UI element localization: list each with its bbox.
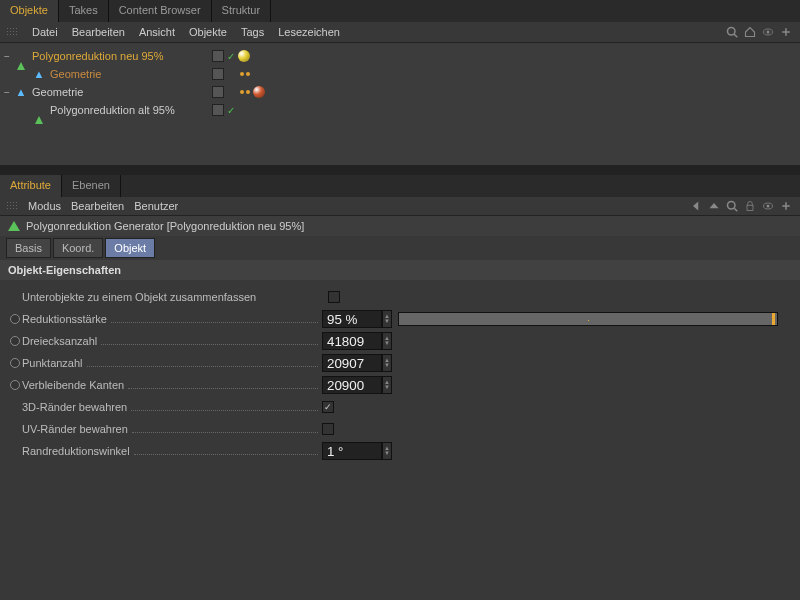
vis-tag[interactable]: [212, 86, 224, 98]
grip-icon: [6, 201, 18, 211]
tree-row[interactable]: ▲ Geometrie: [0, 65, 800, 83]
radio-icon[interactable]: [10, 314, 20, 324]
selection-tag[interactable]: [240, 90, 250, 94]
prop-label: Randreduktionswinkel: [22, 445, 130, 457]
prop-keep-3d-borders: 3D-Ränder bewahren: [8, 396, 792, 418]
enable-tag[interactable]: ✓: [227, 105, 235, 116]
tab-ebenen[interactable]: Ebenen: [62, 175, 121, 197]
tab-content-browser[interactable]: Content Browser: [109, 0, 212, 22]
up-icon[interactable]: [708, 200, 720, 212]
attribute-menubar: Modus Bearbeiten Benutzer: [0, 197, 800, 216]
prop-label: Verbleibende Kanten: [22, 379, 124, 391]
svg-rect-8: [747, 205, 753, 210]
spinner-icon[interactable]: ▲▼: [382, 332, 392, 350]
attr-subtabs: Basis Koord. Objekt: [0, 236, 800, 260]
spinner-icon[interactable]: ▲▼: [382, 310, 392, 328]
selection-tag[interactable]: [240, 72, 250, 76]
spinner-icon[interactable]: ▲▼: [382, 376, 392, 394]
points-field[interactable]: [322, 354, 382, 372]
reduction-slider[interactable]: [398, 312, 778, 326]
svg-point-6: [728, 202, 736, 210]
prop-label: Unterobjekte zu einem Objekt zusammenfas…: [22, 291, 256, 303]
svg-point-3: [767, 31, 770, 34]
menu-modus[interactable]: Modus: [28, 200, 61, 212]
menu-lesezeichen[interactable]: Lesezeichen: [278, 26, 340, 38]
svg-line-7: [734, 208, 737, 211]
menu-bearbeiten[interactable]: Bearbeiten: [72, 26, 125, 38]
eye-icon[interactable]: [762, 26, 774, 38]
svg-line-1: [734, 34, 737, 37]
tab-struktur[interactable]: Struktur: [212, 0, 272, 22]
tree-item-label[interactable]: Polygonreduktion neu 95%: [28, 50, 208, 62]
vis-tag[interactable]: [212, 50, 224, 62]
merge-checkbox[interactable]: [328, 291, 340, 303]
material-tag[interactable]: [238, 50, 250, 62]
tab-attribute[interactable]: Attribute: [0, 175, 62, 197]
material-tag[interactable]: [253, 86, 265, 98]
angle-field[interactable]: [322, 442, 382, 460]
subtab-objekt[interactable]: Objekt: [105, 238, 155, 258]
spinner-icon[interactable]: ▲▼: [382, 354, 392, 372]
prop-label: 3D-Ränder bewahren: [22, 401, 127, 413]
svg-point-10: [767, 205, 770, 208]
home-icon[interactable]: [744, 26, 756, 38]
section-header: Objekt-Eigenschaften: [0, 260, 800, 280]
generator-icon: [8, 221, 20, 231]
radio-icon[interactable]: [10, 336, 20, 346]
prop-border-reduction-angle: Randreduktionswinkel ▲▼: [8, 440, 792, 462]
generator-icon: [32, 104, 46, 116]
radio-icon[interactable]: [10, 358, 20, 368]
tree-item-label[interactable]: Geometrie: [28, 86, 208, 98]
spinner-icon[interactable]: ▲▼: [382, 442, 392, 460]
expander-icon[interactable]: −: [4, 87, 14, 98]
menu-ansicht[interactable]: Ansicht: [139, 26, 175, 38]
radio-icon[interactable]: [10, 380, 20, 390]
prop-label: Reduktionsstärke: [22, 313, 107, 325]
tree-item-label[interactable]: Polygonreduktion alt 95%: [46, 104, 208, 116]
prop-reduction-strength: Reduktionsstärke ▲▼: [8, 308, 792, 330]
tris-field[interactable]: [322, 332, 382, 350]
object-title-label: Polygonreduktion Generator [Polygonreduk…: [26, 220, 304, 232]
menu-bearbeiten[interactable]: Bearbeiten: [71, 200, 124, 212]
keepuv-checkbox[interactable]: [322, 423, 334, 435]
object-properties: Unterobjekte zu einem Objekt zusammenfas…: [0, 280, 800, 468]
search-icon[interactable]: [726, 26, 738, 38]
plus-icon[interactable]: [780, 200, 792, 212]
search-icon[interactable]: [726, 200, 738, 212]
prop-point-count: Punktanzahl ▲▼: [8, 352, 792, 374]
plus-icon[interactable]: [780, 26, 792, 38]
object-title-bar: Polygonreduktion Generator [Polygonreduk…: [0, 216, 800, 236]
edges-field[interactable]: [322, 376, 382, 394]
prop-keep-uv-borders: UV-Ränder bewahren: [8, 418, 792, 440]
tree-row[interactable]: − ▲ Geometrie: [0, 83, 800, 101]
keep3d-checkbox[interactable]: [322, 401, 334, 413]
prop-merge-subobjects: Unterobjekte zu einem Objekt zusammenfas…: [8, 286, 792, 308]
vis-tag[interactable]: [212, 104, 224, 116]
object-tree: − Polygonreduktion neu 95% ✓ ▲ Geometrie…: [0, 43, 800, 165]
subtab-basis[interactable]: Basis: [6, 238, 51, 258]
menu-benutzer[interactable]: Benutzer: [134, 200, 178, 212]
tree-item-label[interactable]: Geometrie: [46, 68, 208, 80]
tree-row[interactable]: − Polygonreduktion neu 95% ✓: [0, 47, 800, 65]
lock-icon[interactable]: [744, 200, 756, 212]
prop-label: Dreiecksanzahl: [22, 335, 97, 347]
prop-label: Punktanzahl: [22, 357, 83, 369]
top-tabs: Objekte Takes Content Browser Struktur: [0, 0, 800, 22]
eye-icon[interactable]: [762, 200, 774, 212]
tree-row[interactable]: Polygonreduktion alt 95% ✓: [0, 101, 800, 119]
expander-icon[interactable]: −: [4, 51, 14, 62]
reduction-field[interactable]: [322, 310, 382, 328]
object-manager-menubar: Datei Bearbeiten Ansicht Objekte Tags Le…: [0, 22, 800, 43]
enable-tag[interactable]: ✓: [227, 51, 235, 62]
attr-tabs: Attribute Ebenen: [0, 175, 800, 197]
generator-icon: [14, 50, 28, 62]
menu-datei[interactable]: Datei: [32, 26, 58, 38]
tab-objekte[interactable]: Objekte: [0, 0, 59, 22]
menu-tags[interactable]: Tags: [241, 26, 264, 38]
prop-triangle-count: Dreiecksanzahl ▲▼: [8, 330, 792, 352]
tab-takes[interactable]: Takes: [59, 0, 109, 22]
menu-objekte[interactable]: Objekte: [189, 26, 227, 38]
subtab-koord[interactable]: Koord.: [53, 238, 103, 258]
vis-tag[interactable]: [212, 68, 224, 80]
back-icon[interactable]: [690, 200, 702, 212]
